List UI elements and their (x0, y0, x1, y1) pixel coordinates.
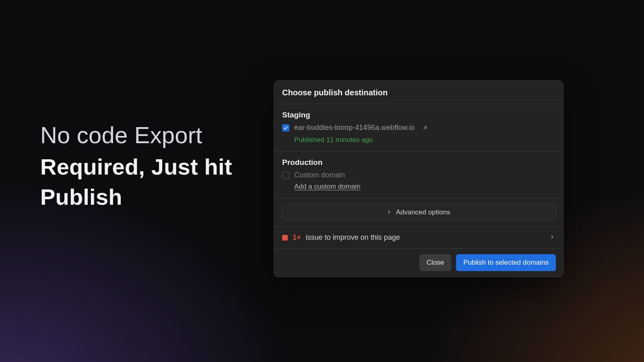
add-custom-domain-link[interactable]: Add a custom domain (294, 183, 555, 191)
custom-domain-label: Custom domain (294, 171, 345, 179)
staging-domain: ear-buddies-looop-41496a.webflow.io (294, 123, 415, 132)
production-heading: Production (282, 158, 555, 167)
publish-dialog: Choose publish destination Staging ear-b… (274, 80, 564, 277)
issue-indicator-icon (282, 235, 288, 241)
staging-heading: Staging (282, 111, 555, 119)
chevron-right-icon (549, 234, 555, 241)
close-button[interactable]: Close (419, 254, 451, 271)
advanced-options-wrap: Advanced options (274, 198, 563, 227)
publish-button[interactable]: Publish to selected domains (456, 254, 556, 271)
production-section: Production Custom domain Add a custom do… (274, 152, 563, 198)
hero-line-1: No code Export (40, 121, 250, 150)
staging-checkbox[interactable] (282, 124, 289, 132)
hero-text: No code Export Required, Just hit Publis… (40, 121, 250, 212)
issue-text: issue to improve on this page (306, 233, 400, 242)
dialog-title: Choose publish destination (274, 81, 563, 104)
dialog-footer: Close Publish to selected domains (274, 249, 563, 277)
issue-count: 1+ (293, 233, 301, 242)
external-link-icon[interactable] (422, 125, 428, 131)
production-domain-row: Custom domain (282, 171, 555, 179)
staging-domain-row: ear-buddies-looop-41496a.webflow.io (282, 123, 555, 132)
staging-section: Staging ear-buddies-looop-41496a.webflow… (274, 104, 563, 152)
staging-published-status: Published 11 minutes ago (294, 136, 555, 144)
advanced-options-label: Advanced options (396, 208, 450, 216)
production-checkbox[interactable] (282, 172, 289, 179)
chevron-right-icon (387, 209, 392, 216)
issues-row[interactable]: 1+ issue to improve on this page (274, 227, 563, 249)
check-icon (283, 125, 288, 130)
advanced-options-button[interactable]: Advanced options (281, 204, 556, 221)
hero-line-2: Required, Just hit Publish (40, 152, 250, 212)
